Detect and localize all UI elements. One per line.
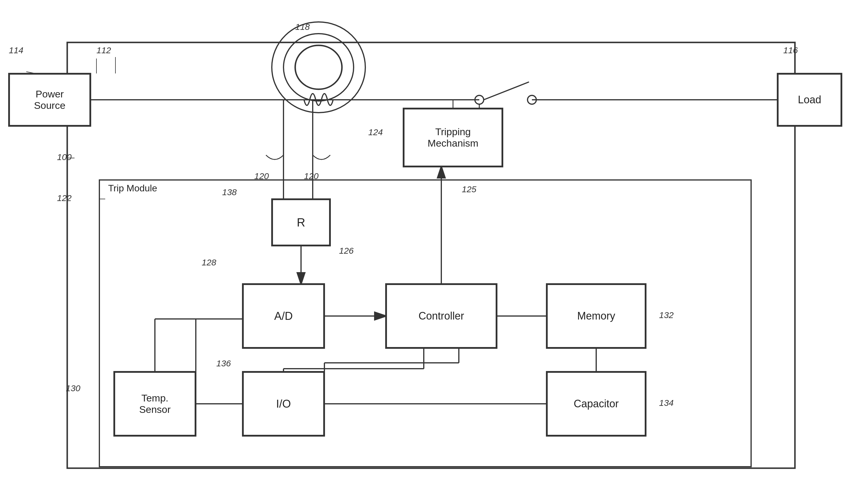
controller-box: Controller xyxy=(386,284,497,348)
ref-125: 125 xyxy=(462,184,476,194)
ref-120a: 120 xyxy=(254,171,269,181)
svg-point-12 xyxy=(272,22,365,113)
io-box: I/O xyxy=(242,372,324,436)
ref-132: 132 xyxy=(659,310,674,320)
ref-112: 112 xyxy=(96,46,111,55)
ref-120b: 120 xyxy=(304,171,319,181)
ad-converter-box: A/D xyxy=(242,284,324,348)
power-source-box: Power Source xyxy=(9,73,91,126)
svg-point-7 xyxy=(528,95,536,104)
ref-114: 114 xyxy=(9,46,23,55)
ref-100: 100 xyxy=(57,152,72,162)
svg-point-14 xyxy=(295,46,342,89)
resistor-box: R xyxy=(272,199,330,246)
ref-118: 118 xyxy=(295,22,310,32)
ref-122: 122 xyxy=(57,193,72,203)
capacitor-box: Capacitor xyxy=(547,372,646,436)
ref-128: 128 xyxy=(202,258,216,268)
svg-line-8 xyxy=(484,82,529,100)
ref-116: 116 xyxy=(783,46,798,55)
memory-box: Memory xyxy=(547,284,646,348)
ref-134: 134 xyxy=(659,398,674,408)
ref-130: 130 xyxy=(66,383,80,393)
ref-138: 138 xyxy=(222,187,237,197)
ref-136: 136 xyxy=(216,359,231,369)
ref-124: 124 xyxy=(368,127,383,137)
ref-126: 126 xyxy=(339,246,354,256)
trip-module-label: Trip Module xyxy=(108,183,157,194)
svg-point-6 xyxy=(475,95,484,104)
tripping-mechanism-box: Tripping Mechanism xyxy=(403,108,503,167)
svg-point-13 xyxy=(283,34,354,101)
load-box: Load xyxy=(777,73,842,126)
temp-sensor-box: Temp. Sensor xyxy=(114,372,196,436)
